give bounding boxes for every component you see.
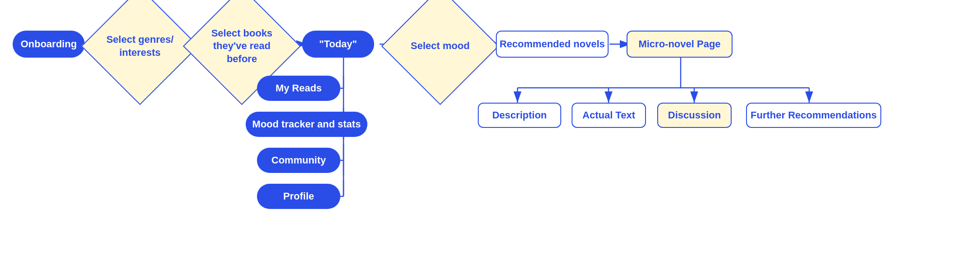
description-node: Description <box>478 103 561 128</box>
select-genres-label: Select genres/interests <box>106 33 174 59</box>
community-node: Community <box>257 148 340 173</box>
onboarding-label: Onboarding <box>21 38 77 50</box>
profile-node: Profile <box>257 184 340 209</box>
discussion-label: Discussion <box>668 109 721 121</box>
micro-novel-page-node: Micro-novel Page <box>627 31 733 58</box>
further-recs-label: Further Recommendations <box>751 109 877 121</box>
recommended-novels-node: Recommended novels <box>496 31 609 58</box>
select-mood-label: Select mood <box>411 40 470 53</box>
diagram-container: Onboarding Select genres/interests Selec… <box>0 0 980 272</box>
select-books-label: Select booksthey've readbefore <box>211 27 273 66</box>
recommended-novels-label: Recommended novels <box>499 38 605 50</box>
select-genres-node: Select genres/interests <box>98 5 182 88</box>
my-reads-label: My Reads <box>275 82 322 94</box>
my-reads-node: My Reads <box>257 76 340 101</box>
mood-tracker-label: Mood tracker and stats <box>252 118 361 130</box>
community-label: Community <box>271 154 326 166</box>
today-label: "Today" <box>319 38 357 50</box>
actual-text-label: Actual Text <box>582 109 635 121</box>
further-recs-node: Further Recommendations <box>746 103 881 128</box>
profile-label: Profile <box>283 190 314 202</box>
select-mood-node: Select mood <box>398 5 482 88</box>
discussion-node: Discussion <box>657 103 732 128</box>
actual-text-node: Actual Text <box>572 103 646 128</box>
onboarding-node: Onboarding <box>13 31 85 58</box>
micro-novel-page-label: Micro-novel Page <box>638 38 720 50</box>
description-label: Description <box>492 109 547 121</box>
today-node: "Today" <box>302 31 374 58</box>
mood-tracker-node: Mood tracker and stats <box>246 112 367 137</box>
